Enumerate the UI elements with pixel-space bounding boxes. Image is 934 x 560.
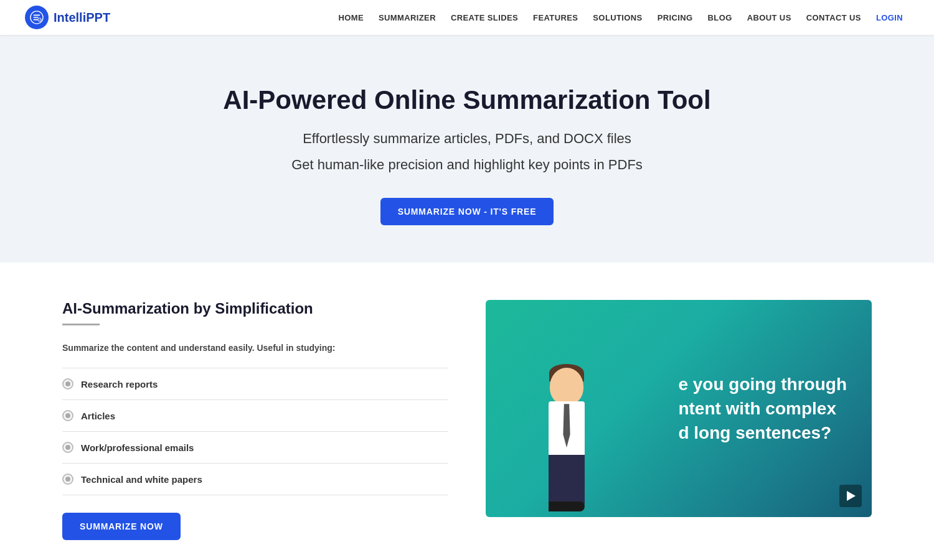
list-item-text: Articles (81, 411, 115, 421)
list-dot-inner (65, 477, 70, 482)
nav-item-features: FEATURES (527, 12, 584, 23)
list-item: Work/professional emails (62, 432, 448, 464)
play-button[interactable] (839, 485, 862, 507)
nav-item-login: LOGIN (870, 12, 909, 23)
nav-link-summarizer[interactable]: SUMMARIZER (372, 9, 442, 26)
nav-link-about-us[interactable]: ABOUT US (741, 9, 798, 26)
list-dot-inner (65, 445, 70, 450)
list-dot-inner (65, 413, 70, 418)
nav-item-create-slides: CREATE SLIDES (445, 12, 524, 23)
hero-subtitle: Effortlessly summarize articles, PDFs, a… (25, 131, 909, 147)
nav-link-pricing[interactable]: PRICING (651, 9, 699, 26)
logo-link[interactable]: IntelliPPT (25, 6, 110, 29)
nav-item-about-us: ABOUT US (741, 12, 798, 23)
hero-subtext: Get human-like precision and highlight k… (25, 157, 909, 173)
logo-text: IntelliPPT (54, 11, 110, 25)
list-item: Technical and white papers (62, 464, 448, 495)
hero-cta-button[interactable]: SUMMARIZE NOW - IT'S FREE (380, 198, 554, 225)
nav-item-summarizer: SUMMARIZER (372, 12, 442, 23)
nav-item-solutions: SOLUTIONS (587, 12, 648, 23)
char-pants (549, 455, 585, 505)
main-section: AI-Summarization by Simplification Summa… (0, 263, 934, 560)
nav-link-solutions[interactable]: SOLUTIONS (587, 9, 648, 26)
nav-links: HOMESUMMARIZERCREATE SLIDESFEATURESSOLUT… (332, 12, 909, 23)
nav-link-blog[interactable]: BLOG (702, 9, 738, 26)
list-item-text: Research reports (81, 379, 158, 390)
video-text-line1: e you going through (678, 375, 847, 394)
list-item: Research reports (62, 368, 448, 400)
char-head (550, 368, 583, 405)
nav-item-pricing: PRICING (651, 12, 699, 23)
navbar: IntelliPPT HOMESUMMARIZERCREATE SLIDESFE… (0, 0, 934, 35)
video-character (523, 355, 610, 517)
hero-title: AI-Powered Online Summarization Tool (25, 85, 909, 116)
list-item: Articles (62, 400, 448, 432)
list-item-text: Technical and white papers (81, 474, 202, 485)
list-dot-inner (65, 381, 70, 386)
section-title: AI-Summarization by Simplification (62, 300, 448, 317)
nav-link-home[interactable]: HOME (332, 9, 370, 26)
video-content: e you going through ntent with complex d… (486, 300, 872, 517)
list-dot-icon (62, 474, 73, 485)
video-text-overlay: e you going through ntent with complex d… (678, 372, 847, 446)
section-right: e you going through ntent with complex d… (486, 300, 872, 517)
feature-list: Research reportsArticlesWork/professiona… (62, 368, 448, 495)
char-shoes (549, 502, 585, 511)
nav-item-home: HOME (332, 12, 370, 23)
list-dot-icon (62, 378, 73, 390)
list-dot-icon (62, 410, 73, 421)
list-dot-icon (62, 442, 73, 453)
nav-item-contact-us: CONTACT US (800, 12, 867, 23)
video-thumbnail[interactable]: e you going through ntent with complex d… (486, 300, 872, 517)
section-description: Summarize the content and understand eas… (62, 343, 448, 353)
svg-point-1 (38, 18, 42, 21)
logo-icon (25, 6, 49, 29)
video-text-line2: ntent with complex (678, 399, 836, 418)
section-left: AI-Summarization by Simplification Summa… (62, 300, 448, 540)
nav-link-login[interactable]: LOGIN (870, 9, 909, 26)
nav-link-contact-us[interactable]: CONTACT US (800, 9, 867, 26)
section-title-underline (62, 324, 100, 325)
nav-link-create-slides[interactable]: CREATE SLIDES (445, 9, 524, 26)
summarize-now-button[interactable]: SUMMARIZE NOW (62, 513, 181, 540)
hero-section: AI-Powered Online Summarization Tool Eff… (0, 35, 934, 263)
nav-link-features[interactable]: FEATURES (527, 9, 584, 26)
video-text-line3: d long sentences? (678, 423, 831, 442)
list-item-text: Work/professional emails (81, 442, 194, 453)
nav-item-blog: BLOG (702, 12, 738, 23)
